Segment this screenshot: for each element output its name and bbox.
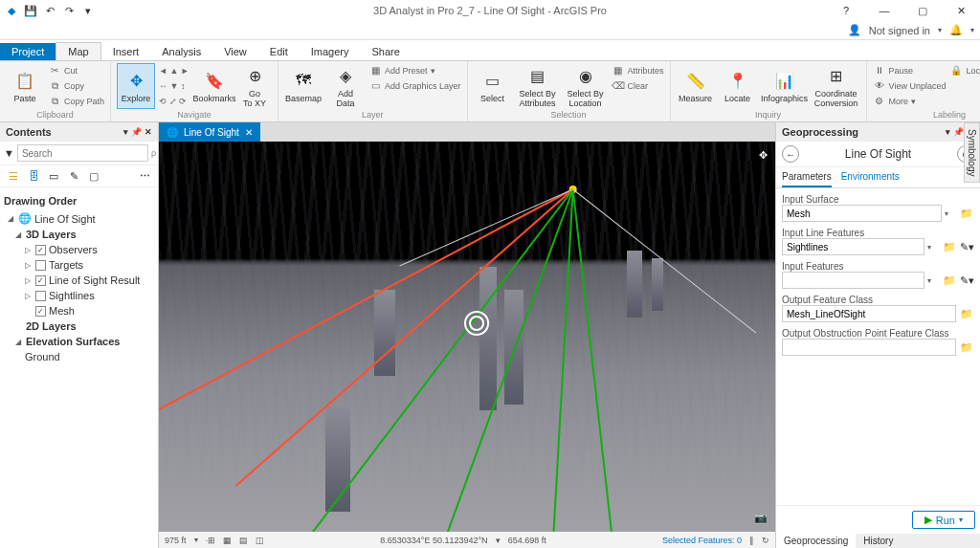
coordconv-button[interactable]: ⊞Coordinate Conversion [813, 63, 860, 109]
gotoxy-button[interactable]: ⊕ Go To XY [237, 63, 272, 109]
status-refresh-icon[interactable]: ↻ [762, 536, 769, 545]
group-elev[interactable]: ◢Elevation Surfaces [4, 334, 154, 349]
bottomtab-history[interactable]: History [856, 534, 901, 548]
filter-icon[interactable]: ▼ [4, 147, 14, 159]
adddata-button[interactable]: ◈ Add Data [326, 63, 365, 109]
lock-button[interactable]: 🔒Lock [949, 63, 980, 77]
infographics-button[interactable]: 📊Infographics [761, 63, 809, 109]
signin-dropdown-icon[interactable]: ▾ [938, 26, 942, 34]
qat-save-icon[interactable]: 💾 [23, 3, 38, 18]
status-tool-3[interactable]: ▤ [239, 536, 248, 545]
nav-arrows[interactable]: ◄ ▲ ► [159, 63, 191, 77]
panel-close-icon[interactable]: ✕ [145, 127, 152, 137]
close-button[interactable]: ✕ [947, 1, 974, 20]
bottomtab-gp[interactable]: Geoprocessing [776, 534, 856, 548]
folder-icon[interactable]: 📁 [942, 239, 957, 254]
input-line[interactable] [782, 238, 924, 255]
run-button[interactable]: ▶ Run ▾ [912, 511, 975, 529]
gp-tab-params[interactable]: Parameters [782, 167, 832, 187]
status-pause-icon[interactable]: ‖ [749, 536, 754, 545]
addpreset-button[interactable]: ▦Add Preset ▾ [368, 63, 461, 77]
input-surface[interactable] [782, 205, 942, 222]
close-tab-icon[interactable]: ✕ [245, 127, 253, 138]
group-2d[interactable]: 2D Layers [4, 318, 154, 334]
minimize-button[interactable]: — [871, 1, 898, 20]
qat-project-icon[interactable]: ◆ [4, 3, 19, 18]
tab-share[interactable]: Share [361, 43, 412, 60]
ribbon-minimize-icon[interactable]: ▾ [970, 26, 974, 34]
nav-arrows2[interactable]: ↔ ▼ ↕ [159, 78, 191, 93]
qat-undo-icon[interactable]: ↶ [42, 3, 57, 18]
tab-imagery[interactable]: Imagery [300, 43, 361, 60]
gp-tab-env[interactable]: Environments [841, 167, 900, 187]
folder-icon[interactable]: 📁 [959, 206, 974, 221]
input-features[interactable] [782, 272, 924, 289]
explore-button[interactable]: ✥ Explore [117, 63, 155, 109]
panel-options-icon[interactable]: ▾ [123, 127, 128, 137]
layer-mesh[interactable]: ✓Mesh [4, 303, 154, 318]
paste-button[interactable]: 📋 Paste [6, 63, 44, 109]
status-tool-4[interactable]: ◫ [256, 536, 264, 545]
layer-ground[interactable]: Ground [4, 349, 154, 364]
help-icon[interactable]: ? [833, 1, 859, 20]
panel-options-icon[interactable]: ▾ [946, 127, 950, 137]
qat-redo-icon[interactable]: ↷ [61, 3, 77, 18]
checkbox-icon[interactable]: ✓ [35, 245, 46, 255]
dropdown-icon[interactable]: ▾ [927, 243, 939, 252]
tab-insert[interactable]: Insert [101, 43, 151, 60]
3d-scene-view[interactable]: ✥ 📷 [159, 142, 775, 532]
checkbox-icon[interactable] [35, 260, 46, 271]
output-obs[interactable] [782, 339, 956, 356]
attributes-button[interactable]: ▦Attributes [612, 63, 664, 77]
maximize-button[interactable]: ▢ [909, 1, 936, 20]
edit-icon[interactable]: ✎▾ [960, 274, 974, 287]
copypath-button[interactable]: ⧉Copy Path [48, 94, 104, 108]
toc-source-icon[interactable]: 🗄 [26, 168, 41, 184]
tab-view[interactable]: View [212, 43, 258, 60]
dropdown-icon[interactable]: ▾ [927, 276, 939, 285]
symbology-tab[interactable]: Symbology [964, 122, 980, 183]
map-item[interactable]: ◢🌐Line Of Sight [4, 210, 154, 227]
selected-label[interactable]: Selected Features: 0 [662, 536, 742, 545]
select-button[interactable]: ▭Select [474, 63, 512, 109]
selectbyattr-button[interactable]: ▤Select By Attributes [516, 63, 560, 109]
folder-icon[interactable]: 📁 [959, 340, 974, 355]
tab-project[interactable]: Project [0, 43, 56, 60]
scale-value[interactable]: 975 ft [165, 536, 187, 545]
copy-button[interactable]: ⧉Copy [48, 78, 104, 93]
cut-button[interactable]: ✂Cut [48, 63, 104, 77]
toc-more-icon[interactable]: ⋯ [137, 168, 152, 184]
locate-button[interactable]: 📍Locate [719, 63, 757, 109]
toc-draworder-icon[interactable]: ☰ [6, 168, 21, 184]
output-fc[interactable] [782, 305, 956, 322]
measure-button[interactable]: 📏Measure [677, 63, 715, 109]
addgraphics-button[interactable]: ▭Add Graphics Layer [368, 78, 461, 93]
checkbox-icon[interactable]: ✓ [35, 275, 46, 286]
qat-more-icon[interactable]: ▾ [80, 3, 96, 18]
panel-autohide-icon[interactable]: 📌 [131, 127, 142, 137]
tab-analysis[interactable]: Analysis [150, 43, 212, 60]
layer-sightlines[interactable]: ▷Sightlines [4, 288, 154, 303]
panel-autohide-icon[interactable]: 📌 [953, 127, 964, 137]
view-tab-los[interactable]: 🌐 Line Of Sight ✕ [159, 122, 260, 142]
nav-arrows3[interactable]: ⟲ ⤢ ⟳ [159, 94, 191, 108]
clear-button[interactable]: ⌫Clear [612, 78, 664, 93]
tab-map[interactable]: Map [56, 42, 100, 60]
back-button[interactable]: ← [782, 145, 799, 163]
signin-label[interactable]: Not signed in [869, 25, 930, 36]
status-tool-1[interactable]: ·⊞ [206, 536, 216, 545]
group-3d[interactable]: ◢3D Layers [4, 227, 154, 242]
pause-button[interactable]: ⏸Pause [873, 63, 947, 77]
tab-edit[interactable]: Edit [258, 43, 300, 60]
status-tool-2[interactable]: ▦ [223, 536, 232, 545]
camera-icon[interactable]: 📷 [754, 512, 768, 524]
notification-icon[interactable]: 🔔 [949, 24, 963, 36]
toc-selection-icon[interactable]: ▭ [46, 168, 61, 184]
folder-icon[interactable]: 📁 [959, 306, 974, 321]
toc-snapping-icon[interactable]: ▢ [86, 168, 101, 184]
contents-search-input[interactable] [17, 144, 148, 162]
layer-observers[interactable]: ▷✓Observers [4, 242, 154, 257]
more-button[interactable]: ⚙More ▾ [873, 94, 947, 108]
dropdown-icon[interactable]: ▾ [945, 209, 956, 218]
search-clear-icon[interactable]: ρ [151, 148, 156, 158]
